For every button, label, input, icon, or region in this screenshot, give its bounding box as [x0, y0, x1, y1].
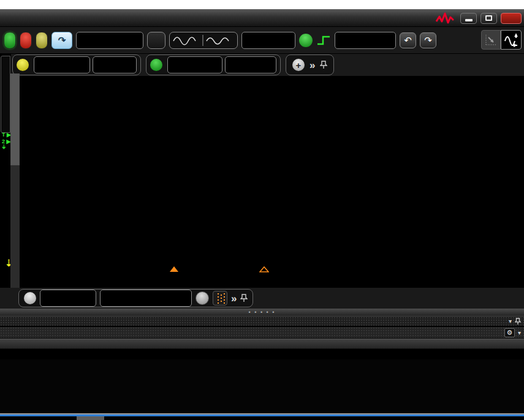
keysight-logo	[436, 12, 457, 25]
measurements-panel-header[interactable]: ⚙ ▾	[0, 326, 524, 338]
scope-grid[interactable]	[29, 77, 483, 271]
measurements-collapse-caret[interactable]: ▾	[518, 329, 521, 336]
results-pin-icon[interactable]	[515, 318, 521, 325]
channel-1-offset-display[interactable]	[93, 56, 137, 73]
restore-button[interactable]	[480, 13, 497, 24]
orange-dots-icon	[218, 293, 219, 294]
horizontal-button[interactable]	[24, 292, 36, 304]
measurements-settings-button[interactable]: ⚙	[504, 328, 515, 337]
results-panel-header[interactable]: ▾	[0, 316, 524, 326]
pan-zoom-button[interactable]	[501, 30, 522, 50]
menu-right-cluster	[432, 9, 522, 27]
trigger-edge-icon[interactable]	[316, 34, 331, 47]
horizontal-more-chevrons[interactable]: »	[231, 293, 237, 304]
timebase-position-display[interactable]	[100, 290, 192, 307]
trigger-time-marker-icon[interactable]	[170, 266, 178, 272]
results-panel-body	[0, 359, 524, 414]
pin-icon[interactable]	[320, 61, 327, 69]
marker-dots-button[interactable]	[213, 291, 227, 306]
sidebar-strip	[10, 165, 20, 288]
bottom-strip	[0, 416, 524, 420]
sidebar-tab-time-meas[interactable]	[1, 56, 10, 133]
gear-icon: ⚙	[507, 329, 513, 336]
sample-rate-display[interactable]	[76, 32, 143, 49]
trigger-indicator[interactable]	[299, 34, 313, 47]
channel-1-scale-display[interactable]	[34, 56, 90, 73]
channel-2-button[interactable]	[150, 59, 162, 71]
bandwidth-display[interactable]	[241, 32, 295, 49]
acquisition-toolbar: ↷ ↶ ↷	[0, 27, 524, 54]
add-waveform-button[interactable]: +	[292, 59, 305, 71]
restore-icon	[485, 15, 492, 21]
trigger-level-display[interactable]	[335, 32, 396, 49]
undo-icon: ↶	[404, 35, 412, 46]
horizontal-controls-group: »	[18, 289, 253, 307]
bottom-strip-tab	[77, 416, 104, 420]
zoom-button[interactable]	[196, 291, 209, 305]
channel-2-offset-display[interactable]	[225, 56, 276, 73]
waveform-style-button[interactable]	[169, 32, 238, 49]
channel-bar: + »	[11, 54, 524, 76]
waveform-svg	[29, 77, 483, 271]
horizontal-bar: »	[0, 288, 524, 309]
touch-arrow-icon: ↷	[58, 35, 66, 46]
trigger-level-marker-icon[interactable]: T ▶	[2, 132, 11, 138]
channel-utility-group: + »	[286, 54, 334, 75]
close-button[interactable]	[501, 13, 522, 24]
run-button[interactable]	[4, 32, 16, 49]
touch-toggle-button[interactable]: ↷	[51, 32, 72, 49]
redo-button[interactable]: ↷	[420, 32, 436, 48]
waveform-display-area[interactable]: T ▶ 2 ▶⏚ ⇣	[0, 76, 524, 288]
channel-1-button[interactable]	[17, 59, 29, 71]
splitter-grip-icon: • • • • •	[249, 311, 276, 313]
channel-2-group	[146, 54, 281, 75]
channel-1-group	[12, 54, 141, 75]
minimize-button[interactable]	[460, 13, 477, 24]
results-collapse-caret[interactable]: ▾	[509, 318, 512, 324]
zoom-box-button[interactable]	[481, 30, 501, 50]
keysight-spark-icon	[436, 12, 454, 25]
undo-button[interactable]: ↶	[400, 32, 416, 48]
sine-waves-icon	[172, 34, 235, 47]
window-title	[0, 0, 524, 9]
channel-2-ground-marker-icon[interactable]: 2 ▶⏚	[2, 139, 10, 150]
horizontal-reference-marker-icon[interactable]	[259, 266, 268, 272]
sidebar-tab-vertical-meas[interactable]	[10, 73, 20, 165]
timebase-scale-display[interactable]	[40, 290, 96, 307]
pan-zoom-waveform-icon	[503, 32, 519, 47]
measurements-table-header	[0, 339, 524, 349]
minimize-icon	[465, 19, 473, 21]
more-chevrons[interactable]: »	[309, 60, 315, 70]
channel-2-scale-display[interactable]	[167, 56, 222, 73]
panel-splitter[interactable]: • • • • •	[0, 309, 524, 316]
horizontal-pin-icon[interactable]	[240, 294, 248, 302]
redo-icon: ↷	[424, 35, 432, 46]
menu-bar	[0, 9, 524, 27]
single-button[interactable]	[36, 32, 48, 49]
zoom-box-icon	[484, 33, 498, 47]
stop-button[interactable]	[20, 32, 32, 49]
acquisition-mode-button[interactable]	[147, 32, 165, 49]
measurements-table	[0, 339, 524, 349]
